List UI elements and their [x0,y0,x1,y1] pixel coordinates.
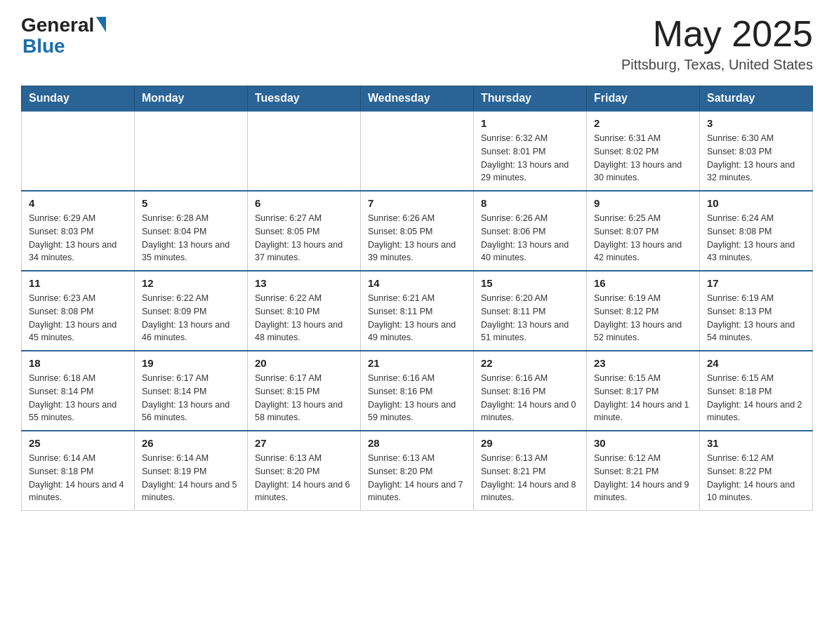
day-number: 31 [707,437,805,449]
day-info: Sunrise: 6:24 AMSunset: 8:08 PMDaylight:… [707,212,805,264]
calendar-cell: 6Sunrise: 6:27 AMSunset: 8:05 PMDaylight… [248,191,361,271]
day-number: 24 [707,357,805,369]
calendar-cell: 2Sunrise: 6:31 AMSunset: 8:02 PMDaylight… [587,111,700,191]
day-number: 23 [594,357,692,369]
day-number: 15 [481,277,579,289]
calendar-cell: 12Sunrise: 6:22 AMSunset: 8:09 PMDayligh… [135,271,248,351]
calendar-cell: 17Sunrise: 6:19 AMSunset: 8:13 PMDayligh… [700,271,813,351]
day-info: Sunrise: 6:25 AMSunset: 8:07 PMDaylight:… [594,212,692,264]
calendar-cell: 15Sunrise: 6:20 AMSunset: 8:11 PMDayligh… [474,271,587,351]
day-number: 21 [368,357,466,369]
day-info: Sunrise: 6:20 AMSunset: 8:11 PMDaylight:… [481,292,579,344]
day-number: 27 [255,437,353,449]
day-info: Sunrise: 6:12 AMSunset: 8:21 PMDaylight:… [594,452,692,504]
day-info: Sunrise: 6:14 AMSunset: 8:19 PMDaylight:… [142,452,240,504]
calendar-table: SundayMondayTuesdayWednesdayThursdayFrid… [21,86,813,511]
calendar-cell: 29Sunrise: 6:13 AMSunset: 8:21 PMDayligh… [474,431,587,511]
day-number: 8 [481,197,579,209]
day-info: Sunrise: 6:17 AMSunset: 8:14 PMDaylight:… [142,372,240,424]
calendar-cell: 23Sunrise: 6:15 AMSunset: 8:17 PMDayligh… [587,351,700,431]
day-number: 28 [368,437,466,449]
day-info: Sunrise: 6:29 AMSunset: 8:03 PMDaylight:… [29,212,127,264]
calendar-cell: 27Sunrise: 6:13 AMSunset: 8:20 PMDayligh… [248,431,361,511]
day-number: 7 [368,197,466,209]
calendar-cell: 28Sunrise: 6:13 AMSunset: 8:20 PMDayligh… [361,431,474,511]
location-subtitle: Pittsburg, Texas, United States [621,57,813,73]
calendar-cell: 3Sunrise: 6:30 AMSunset: 8:03 PMDaylight… [700,111,813,191]
day-info: Sunrise: 6:26 AMSunset: 8:06 PMDaylight:… [481,212,579,264]
day-number: 6 [255,197,353,209]
day-number: 5 [142,197,240,209]
day-info: Sunrise: 6:22 AMSunset: 8:10 PMDaylight:… [255,292,353,344]
day-number: 10 [707,197,805,209]
day-info: Sunrise: 6:13 AMSunset: 8:20 PMDaylight:… [368,452,466,504]
day-info: Sunrise: 6:15 AMSunset: 8:18 PMDaylight:… [707,372,805,424]
calendar-cell: 13Sunrise: 6:22 AMSunset: 8:10 PMDayligh… [248,271,361,351]
page-header: General Blue May 2025 Pittsburg, Texas, … [21,14,813,73]
calendar-cell: 14Sunrise: 6:21 AMSunset: 8:11 PMDayligh… [361,271,474,351]
day-number: 14 [368,277,466,289]
calendar-cell [361,111,474,191]
day-number: 9 [594,197,692,209]
day-number: 25 [29,437,127,449]
day-info: Sunrise: 6:17 AMSunset: 8:15 PMDaylight:… [255,372,353,424]
day-number: 3 [707,117,805,129]
day-number: 20 [255,357,353,369]
logo-triangle-icon [96,17,106,32]
calendar-week-row: 1Sunrise: 6:32 AMSunset: 8:01 PMDaylight… [22,111,813,191]
day-number: 12 [142,277,240,289]
logo: General Blue [21,14,106,56]
day-number: 30 [594,437,692,449]
day-info: Sunrise: 6:28 AMSunset: 8:04 PMDaylight:… [142,212,240,264]
day-info: Sunrise: 6:32 AMSunset: 8:01 PMDaylight:… [481,132,579,185]
day-info: Sunrise: 6:13 AMSunset: 8:21 PMDaylight:… [481,452,579,504]
calendar-day-header: Friday [587,86,700,112]
calendar-day-header: Sunday [22,86,135,112]
day-number: 22 [481,357,579,369]
day-number: 26 [142,437,240,449]
calendar-cell: 26Sunrise: 6:14 AMSunset: 8:19 PMDayligh… [135,431,248,511]
day-number: 2 [594,117,692,129]
day-number: 4 [29,197,127,209]
calendar-cell: 31Sunrise: 6:12 AMSunset: 8:22 PMDayligh… [700,431,813,511]
calendar-cell [135,111,248,191]
calendar-cell: 16Sunrise: 6:19 AMSunset: 8:12 PMDayligh… [587,271,700,351]
calendar-cell: 19Sunrise: 6:17 AMSunset: 8:14 PMDayligh… [135,351,248,431]
calendar-cell: 30Sunrise: 6:12 AMSunset: 8:21 PMDayligh… [587,431,700,511]
day-info: Sunrise: 6:16 AMSunset: 8:16 PMDaylight:… [368,372,466,424]
day-number: 11 [29,277,127,289]
calendar-week-row: 4Sunrise: 6:29 AMSunset: 8:03 PMDaylight… [22,191,813,271]
calendar-cell: 20Sunrise: 6:17 AMSunset: 8:15 PMDayligh… [248,351,361,431]
calendar-cell: 25Sunrise: 6:14 AMSunset: 8:18 PMDayligh… [22,431,135,511]
calendar-cell [248,111,361,191]
calendar-cell: 21Sunrise: 6:16 AMSunset: 8:16 PMDayligh… [361,351,474,431]
calendar-cell: 4Sunrise: 6:29 AMSunset: 8:03 PMDaylight… [22,191,135,271]
calendar-day-header: Tuesday [248,86,361,112]
calendar-cell: 10Sunrise: 6:24 AMSunset: 8:08 PMDayligh… [700,191,813,271]
calendar-week-row: 11Sunrise: 6:23 AMSunset: 8:08 PMDayligh… [22,271,813,351]
calendar-day-header: Wednesday [361,86,474,112]
calendar-week-row: 18Sunrise: 6:18 AMSunset: 8:14 PMDayligh… [22,351,813,431]
day-info: Sunrise: 6:31 AMSunset: 8:02 PMDaylight:… [594,132,692,185]
calendar-header-row: SundayMondayTuesdayWednesdayThursdayFrid… [22,86,813,112]
day-info: Sunrise: 6:27 AMSunset: 8:05 PMDaylight:… [255,212,353,264]
calendar-cell: 5Sunrise: 6:28 AMSunset: 8:04 PMDaylight… [135,191,248,271]
day-number: 18 [29,357,127,369]
day-info: Sunrise: 6:30 AMSunset: 8:03 PMDaylight:… [707,132,805,185]
day-info: Sunrise: 6:16 AMSunset: 8:16 PMDaylight:… [481,372,579,424]
day-number: 13 [255,277,353,289]
logo-general-text: General [21,14,94,36]
day-number: 19 [142,357,240,369]
day-info: Sunrise: 6:26 AMSunset: 8:05 PMDaylight:… [368,212,466,264]
calendar-day-header: Monday [135,86,248,112]
day-info: Sunrise: 6:22 AMSunset: 8:09 PMDaylight:… [142,292,240,344]
calendar-cell: 22Sunrise: 6:16 AMSunset: 8:16 PMDayligh… [474,351,587,431]
day-info: Sunrise: 6:18 AMSunset: 8:14 PMDaylight:… [29,372,127,424]
calendar-week-row: 25Sunrise: 6:14 AMSunset: 8:18 PMDayligh… [22,431,813,511]
calendar-cell: 7Sunrise: 6:26 AMSunset: 8:05 PMDaylight… [361,191,474,271]
calendar-cell [22,111,135,191]
day-number: 29 [481,437,579,449]
day-info: Sunrise: 6:19 AMSunset: 8:12 PMDaylight:… [594,292,692,344]
day-info: Sunrise: 6:23 AMSunset: 8:08 PMDaylight:… [29,292,127,344]
day-info: Sunrise: 6:21 AMSunset: 8:11 PMDaylight:… [368,292,466,344]
